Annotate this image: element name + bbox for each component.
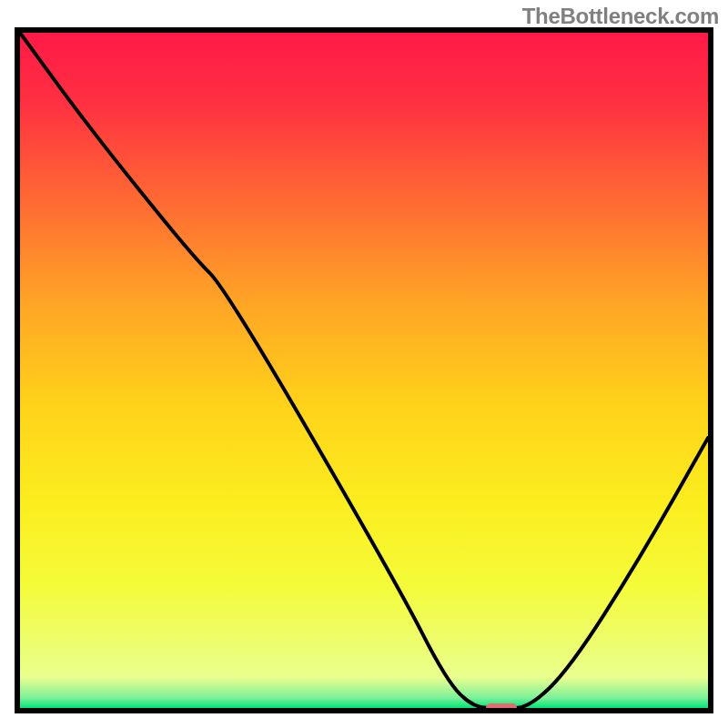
- curve-path: [20, 33, 708, 708]
- optimal-marker: [486, 703, 517, 713]
- chart-root: TheBottleneck.com: [0, 0, 728, 728]
- bottleneck-curve: [20, 33, 708, 708]
- chart-frame: [15, 27, 713, 713]
- watermark-text: TheBottleneck.com: [522, 4, 719, 29]
